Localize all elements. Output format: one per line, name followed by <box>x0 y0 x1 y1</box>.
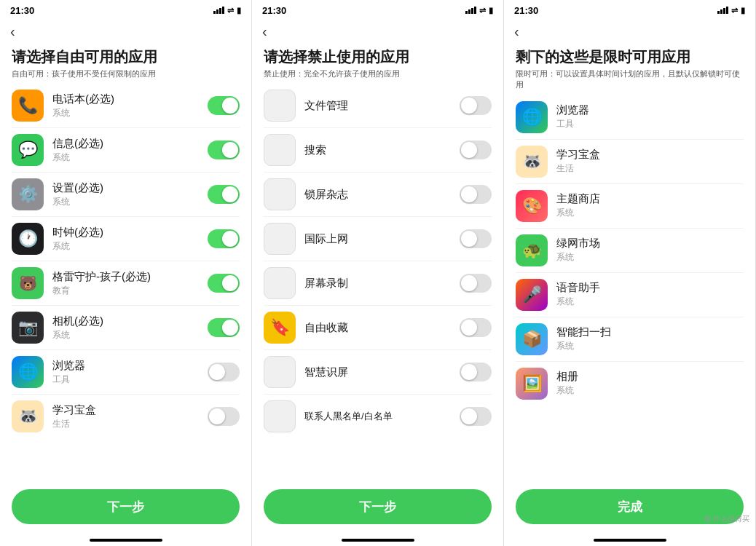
list-item: 文件管理 <box>264 84 492 128</box>
app-name: 锁屏杂志 <box>304 188 460 202</box>
grid-icon <box>274 100 286 111</box>
toggle-phone[interactable] <box>208 96 240 115</box>
app-category: 系统 <box>556 251 744 264</box>
app-icon-study: 🦝 <box>12 400 44 432</box>
list-item: 🔖 自由收藏 <box>264 306 492 350</box>
time-3: 21:30 <box>514 5 538 16</box>
app-category: 系统 <box>556 207 744 219</box>
list-item: 🎤 语音助手 系统 <box>516 273 744 317</box>
home-indicator-3 <box>504 539 755 546</box>
status-icons-1: ⇌ ▮ <box>213 6 241 15</box>
home-bar-2 <box>342 539 414 542</box>
app-icon-theme: 🎨 <box>516 190 548 222</box>
list-item: 智慧识屏 <box>264 350 492 395</box>
free-apps-list: 📞 电话本(必选) 系统 💬 信息(必选) 系统 ⚙️ 设置(必选) 系统 � <box>0 84 251 482</box>
back-button-2[interactable]: ‹ <box>252 20 503 43</box>
list-item: 国际上网 <box>264 217 492 261</box>
list-item: 联系人黑名单/白名单 <box>264 395 492 438</box>
app-name: 绿网市场 <box>556 237 744 250</box>
app-icon-contacts <box>264 400 296 432</box>
panel-title-3: 剩下的这些是限时可用应用 <box>516 47 744 66</box>
toggle-message[interactable] <box>208 141 240 159</box>
app-icon-vpn <box>264 223 296 255</box>
list-item: ⚙️ 设置(必选) 系统 <box>12 173 240 217</box>
list-item: 屏幕录制 <box>264 261 492 306</box>
status-bar-2: 21:30 ⇌ ▮ <box>252 0 503 20</box>
app-info: 相册 系统 <box>556 370 744 397</box>
signal-icon-3 <box>717 7 728 14</box>
app-info: 文件管理 <box>304 99 460 113</box>
app-info: 屏幕录制 <box>304 277 460 290</box>
app-icon-recorder <box>264 267 296 299</box>
grid-icon <box>274 277 286 289</box>
list-item: 🖼️ 相册 系统 <box>516 362 744 405</box>
app-info: 国际上网 <box>304 232 460 246</box>
panel-timed-apps: 21:30 ⇌ ▮ ‹ 剩下的这些是限时可用应用 限时可用：可以设置具体时间计划… <box>504 0 756 546</box>
toggle-favorites[interactable] <box>460 318 492 337</box>
app-category: 教育 <box>52 285 208 297</box>
app-info: 时钟(必选) 系统 <box>52 226 208 253</box>
panel-subtitle-1: 自由可用：孩子使用不受任何限制的应用 <box>12 68 240 79</box>
list-item: 🐢 绿网市场 系统 <box>516 229 744 273</box>
panel-title-2: 请选择禁止使用的应用 <box>264 47 492 66</box>
next-button-2[interactable]: 下一步 <box>264 489 492 524</box>
battery-icon: ▮ <box>237 6 241 15</box>
toggle-camera[interactable] <box>208 318 240 337</box>
app-icon-settings: ⚙️ <box>12 178 44 210</box>
watermark: 值·什么值得买 <box>704 514 749 524</box>
app-icon-study3: 🦝 <box>516 146 548 178</box>
app-category: 系统 <box>556 296 744 308</box>
app-info: 相机(必选) 系统 <box>52 314 208 341</box>
list-item: 🎨 主题商店 系统 <box>516 184 744 229</box>
toggle-clock[interactable] <box>208 229 240 248</box>
toggle-files[interactable] <box>460 96 492 115</box>
signal-icon-2 <box>465 7 476 14</box>
grid-icon <box>274 189 286 200</box>
list-item: 搜索 <box>264 128 492 173</box>
list-item: 📞 电话本(必选) 系统 <box>12 84 240 128</box>
app-icon-smart <box>264 356 296 388</box>
app-category: 系统 <box>52 107 208 119</box>
app-name: 浏览器 <box>52 359 208 373</box>
toggle-contacts[interactable] <box>460 407 492 426</box>
app-name: 信息(必选) <box>52 137 208 151</box>
app-name: 浏览器 <box>556 103 744 117</box>
panel-subtitle-2: 禁止使用：完全不允许孩子使用的应用 <box>264 68 492 79</box>
toggle-settings[interactable] <box>208 185 240 204</box>
toggle-search[interactable] <box>460 141 492 159</box>
app-info: 自由收藏 <box>304 321 460 335</box>
app-icon-browser: 🌐 <box>12 356 44 388</box>
app-name: 主题商店 <box>556 192 744 206</box>
toggle-recorder[interactable] <box>460 274 492 293</box>
panel-header-3: 剩下的这些是限时可用应用 限时可用：可以设置具体时间计划的应用，且默认仅解锁时可… <box>504 43 755 95</box>
app-name: 设置(必选) <box>52 181 208 195</box>
toggle-vpn[interactable] <box>460 229 492 248</box>
list-item: 🦝 学习宝盒 生活 <box>12 395 240 438</box>
app-icon-album: 🖼️ <box>516 368 548 400</box>
back-button-1[interactable]: ‹ <box>0 20 251 43</box>
app-category: 系统 <box>52 240 208 253</box>
home-bar-1 <box>90 539 162 542</box>
next-button-1[interactable]: 下一步 <box>12 489 240 524</box>
toggle-guardian[interactable] <box>208 274 240 293</box>
app-category: 工具 <box>52 373 208 386</box>
status-bar-3: 21:30 ⇌ ▮ <box>504 0 755 20</box>
app-name: 时钟(必选) <box>52 226 208 240</box>
toggle-smart[interactable] <box>460 363 492 381</box>
list-item: 🐻 格雷守护-孩子(必选) 教育 <box>12 261 240 306</box>
app-icon-message: 💬 <box>12 134 44 166</box>
app-info: 格雷守护-孩子(必选) 教育 <box>52 270 208 297</box>
panel-free-apps: 21:30 ⇌ ▮ ‹ 请选择自由可用的应用 自由可用：孩子使用不受任何限制的应… <box>0 0 252 546</box>
app-icon-search <box>264 134 296 166</box>
grid-icon <box>274 233 286 245</box>
app-name: 自由收藏 <box>304 321 460 335</box>
toggle-lockscreen[interactable] <box>460 185 492 204</box>
app-info: 搜索 <box>304 143 460 157</box>
panel-header-2: 请选择禁止使用的应用 禁止使用：完全不允许孩子使用的应用 <box>252 43 503 84</box>
app-category: 系统 <box>52 151 208 164</box>
toggle-browser[interactable] <box>208 363 240 381</box>
grid-icon <box>274 144 286 156</box>
app-name: 智慧识屏 <box>304 365 460 379</box>
back-button-3[interactable]: ‹ <box>504 20 755 43</box>
toggle-study[interactable] <box>208 407 240 426</box>
